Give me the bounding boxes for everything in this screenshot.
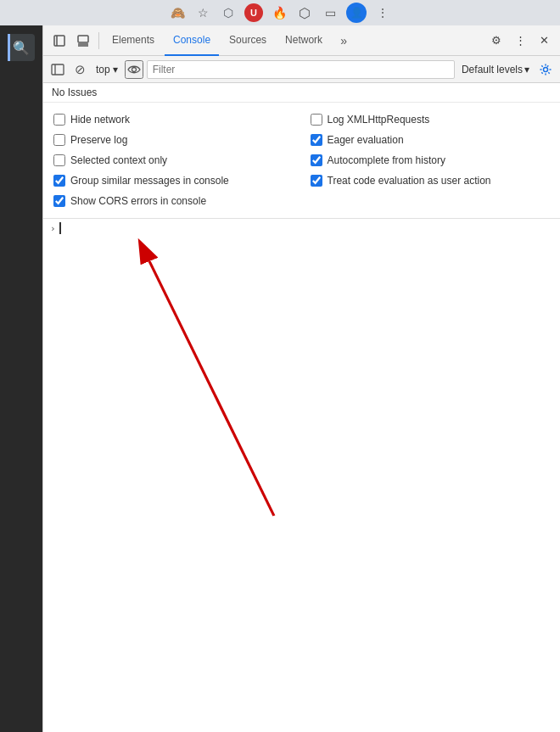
settings-left-col: Hide network Preserve log Selected conte… [53,109,294,211]
tab-elements[interactable]: Elements [104,25,163,56]
cors-errors-checkbox[interactable] [53,195,65,207]
console-chevron-icon: › [50,223,56,234]
setting-autocomplete: Autocomplete from history [311,150,551,170]
setting-preserve-log: Preserve log [53,130,294,150]
tab-console[interactable]: Console [165,25,219,56]
console-prompt: › [50,222,553,234]
svg-point-8 [544,67,548,71]
setting-selected-context: Selected context only [53,150,294,170]
group-similar-label: Group similar messages in console [70,175,229,187]
context-arrow-icon: ▾ [113,64,118,75]
setting-hide-network: Hide network [53,109,294,130]
settings-panel: Hide network Preserve log Selected conte… [43,103,560,219]
browser-chrome: 🙈 ☆ ⬡ U 🔥 ⬡ ▭ 👤 ⋮ [0,0,560,25]
selected-context-label: Selected context only [70,154,167,166]
setting-group-similar: Group similar messages in console [53,170,294,191]
incognito-icon[interactable]: 🙈 [168,3,187,22]
cors-errors-label: Show CORS errors in console [70,195,206,207]
settings-right-col: Log XMLHttpRequests Eager evaluation Aut… [311,109,551,211]
hide-network-checkbox[interactable] [53,114,65,126]
tab-network[interactable]: Network [277,25,331,56]
treat-eval-checkbox[interactable] [311,175,322,187]
devtools-inspect-icon[interactable] [72,30,94,52]
svg-line-10 [149,261,274,516]
sidebar-search-icon[interactable]: 🔍 [8,34,35,61]
preserve-log-label: Preserve log [70,134,127,146]
tab-sources[interactable]: Sources [221,25,275,56]
browser-menu-icon[interactable]: ⋮ [373,3,392,22]
console-cursor [59,222,61,234]
filter-input[interactable] [147,60,455,79]
selected-context-checkbox[interactable] [53,154,65,166]
devtools-tab-bar: Elements Console Sources Network » ⚙ ⋮ ✕ [43,25,560,56]
console-toolbar: ⊘ top ▾ Default levels ▾ [43,56,560,83]
svg-rect-2 [78,36,88,42]
svg-rect-0 [54,36,64,46]
svg-point-7 [132,67,136,71]
console-area[interactable]: › [43,219,560,732]
default-levels-select[interactable]: Default levels ▾ [458,62,533,77]
devtools-close-icon[interactable]: ✕ [533,30,555,52]
tab-separator [98,32,99,49]
svg-rect-5 [52,64,64,75]
extension-frame-icon[interactable]: ▭ [321,3,339,22]
setting-eager-eval: Eager evaluation [311,130,551,150]
devtools-more-icon[interactable]: ⋮ [509,30,531,52]
default-levels-arrow-icon: ▾ [524,64,529,75]
devtools-dock-icon[interactable] [48,30,70,52]
console-clear-btn[interactable]: ⊘ [70,60,89,79]
bookmark-icon[interactable]: ☆ [193,3,212,22]
setting-log-xhr: Log XMLHttpRequests [311,109,551,130]
settings-row: Hide network Preserve log Selected conte… [53,109,550,211]
ublock-icon[interactable]: U [244,3,263,22]
devtools-panel: Elements Console Sources Network » ⚙ ⋮ ✕… [42,25,560,732]
annotation-arrow [43,219,560,643]
eager-eval-label: Eager evaluation [328,134,404,146]
extension-fire-icon[interactable]: 🔥 [270,3,288,22]
left-sidebar: 🔍 [0,25,42,732]
extension-hex-icon[interactable]: ⬡ [295,3,314,22]
log-xhr-checkbox[interactable] [311,114,322,126]
log-xhr-label: Log XMLHttpRequests [328,114,430,126]
eager-eval-checkbox[interactable] [311,134,322,146]
group-similar-checkbox[interactable] [53,175,65,187]
console-eye-btn[interactable] [125,60,143,79]
preserve-log-checkbox[interactable] [53,134,65,146]
profile-avatar[interactable]: 👤 [346,3,367,23]
autocomplete-checkbox[interactable] [311,154,322,166]
no-issues-bar: No Issues [43,83,560,103]
treat-eval-label: Treat code evaluation as user action [328,175,491,187]
context-selector[interactable]: top ▾ [92,62,121,77]
console-settings-gear[interactable] [536,60,555,79]
console-sidebar-btn[interactable] [48,60,67,79]
autocomplete-label: Autocomplete from history [328,154,445,166]
more-tabs-icon[interactable]: » [333,30,355,52]
devtools-settings-icon[interactable]: ⚙ [485,30,507,52]
setting-treat-eval: Treat code evaluation as user action [311,170,551,191]
setting-cors-errors: Show CORS errors in console [53,191,294,211]
hide-network-label: Hide network [70,114,130,126]
shield-icon[interactable]: ⬡ [219,3,238,22]
